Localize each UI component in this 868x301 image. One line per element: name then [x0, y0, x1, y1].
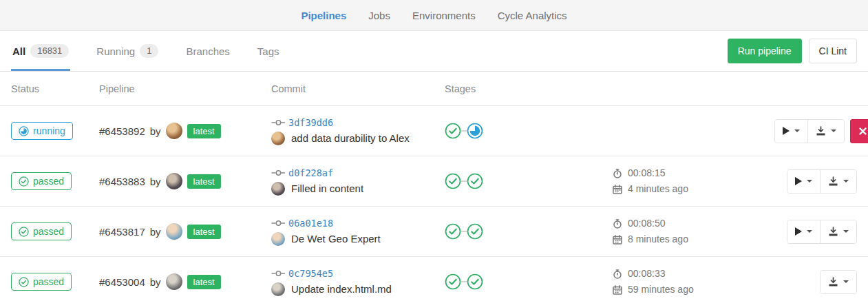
header-commit: Commit: [271, 83, 445, 94]
status-badge[interactable]: passed: [11, 222, 72, 240]
commit-icon: [271, 218, 286, 228]
tab-branches[interactable]: Branches: [184, 31, 231, 71]
stage-passed-icon[interactable]: [467, 173, 483, 189]
by-label: by: [150, 125, 161, 137]
manual-actions-group: [820, 270, 857, 294]
avatar[interactable]: [166, 223, 182, 240]
pipeline-id-link[interactable]: #6453892: [99, 125, 145, 137]
latest-badge[interactable]: latest: [187, 174, 221, 189]
header-pipeline: Pipeline: [99, 83, 271, 94]
avatar[interactable]: [271, 232, 285, 246]
tab-all-label: All: [12, 45, 25, 57]
caret-down-icon: [807, 180, 812, 183]
play-pipeline-button[interactable]: [787, 170, 820, 193]
latest-badge[interactable]: latest: [187, 225, 221, 239]
stage-connector: [461, 130, 467, 132]
pipeline-duration: 00:08:15: [628, 165, 666, 181]
commit-sha-link[interactable]: 0c7954e5: [288, 268, 333, 279]
pipeline-row: running #6453892 by latest 3df39dd6 add …: [0, 106, 868, 156]
stage-passed-icon[interactable]: [467, 223, 483, 240]
commit-message-link[interactable]: add data durability to Alex: [291, 132, 410, 144]
download-artifacts-button[interactable]: [820, 170, 856, 193]
commit-icon: [271, 118, 286, 127]
status-badge[interactable]: passed: [11, 273, 72, 291]
by-label: by: [150, 226, 161, 238]
play-pipeline-button[interactable]: [787, 220, 820, 243]
download-icon: [828, 176, 838, 187]
avatar[interactable]: [166, 123, 182, 139]
commit-message-link[interactable]: Filled in content: [291, 183, 363, 194]
caret-down-icon: [831, 129, 836, 132]
pipelines-table-header: Status Pipeline Commit Stages: [0, 72, 868, 106]
stage-passed-icon[interactable]: [445, 223, 461, 240]
stopwatch-icon: [613, 169, 622, 178]
commit-sha-link[interactable]: 3df39dd6: [288, 117, 333, 128]
check-circle-icon: [19, 227, 29, 237]
status-label: passed: [33, 226, 64, 237]
nav-item-cycle-analytics[interactable]: Cycle Analytics: [498, 10, 567, 21]
status-badge[interactable]: passed: [11, 172, 72, 190]
stage-connector: [461, 180, 467, 182]
stopwatch-icon: [613, 269, 622, 279]
avatar[interactable]: [271, 182, 285, 196]
header-stages: Stages: [445, 83, 613, 94]
play-pipeline-button[interactable]: [775, 120, 807, 143]
latest-badge[interactable]: latest: [187, 124, 221, 138]
stage-passed-icon[interactable]: [445, 273, 461, 290]
pipeline-id-link[interactable]: #6453883: [99, 176, 145, 187]
pipeline-finished-ago: 4 minutes ago: [628, 181, 688, 197]
commit-message-link[interactable]: De Wet Geo Expert: [291, 233, 381, 245]
tab-tags[interactable]: Tags: [256, 31, 281, 71]
download-icon: [816, 126, 826, 136]
play-icon: [795, 177, 802, 185]
nav-item-pipelines[interactable]: Pipelines: [301, 10, 346, 21]
manual-actions-group: [787, 220, 857, 244]
calendar-icon: [613, 185, 622, 194]
tab-running-label: Running: [96, 45, 135, 57]
manual-actions-group: [787, 169, 857, 194]
stage-passed-icon[interactable]: [445, 173, 461, 189]
pipeline-finished-ago: 59 minutes ago: [628, 282, 694, 298]
caret-down-icon: [843, 180, 849, 183]
download-artifacts-button[interactable]: [820, 220, 856, 243]
latest-badge[interactable]: latest: [187, 275, 221, 289]
stage-passed-icon[interactable]: [445, 123, 461, 139]
avatar[interactable]: [271, 132, 285, 145]
play-icon: [783, 127, 790, 135]
commit-message-link[interactable]: Update index.html.md: [291, 283, 392, 295]
download-artifacts-button[interactable]: [821, 271, 856, 293]
commit-sha-link[interactable]: 06a01e18: [288, 218, 333, 229]
pipeline-id-link[interactable]: #6453004: [99, 276, 145, 288]
pipeline-id-link[interactable]: #6453817: [99, 226, 145, 238]
avatar[interactable]: [166, 173, 182, 189]
avatar[interactable]: [166, 273, 182, 290]
status-label: running: [33, 125, 65, 136]
tab-tags-label: Tags: [257, 45, 279, 57]
download-icon: [828, 227, 838, 237]
ci-lint-button[interactable]: CI Lint: [809, 39, 857, 63]
scope-tabs: All 16831 Running 1 Branches Tags: [11, 31, 306, 71]
nav-item-environments[interactable]: Environments: [412, 10, 476, 21]
stopwatch-icon: [613, 219, 622, 229]
stage-connector: [461, 281, 467, 282]
tab-all-count: 16831: [30, 44, 69, 58]
commit-sha-link[interactable]: d0f228af: [288, 167, 333, 178]
pipeline-times: 00:08:50 8 minutes ago: [613, 216, 774, 247]
download-artifacts-button[interactable]: [807, 120, 844, 143]
status-label: passed: [33, 176, 64, 187]
stage-passed-icon[interactable]: [467, 273, 483, 290]
nav-item-jobs[interactable]: Jobs: [368, 10, 390, 21]
stage-running-icon[interactable]: [467, 123, 483, 139]
tab-all[interactable]: All 16831: [11, 31, 70, 71]
avatar[interactable]: [271, 282, 285, 296]
filter-bar-actions: Run pipeline CI Lint: [728, 31, 857, 71]
status-badge[interactable]: running: [11, 122, 73, 140]
pipeline-duration: 00:08:50: [628, 216, 666, 231]
cancel-pipeline-button[interactable]: [850, 119, 868, 143]
tab-running[interactable]: Running 1: [95, 31, 160, 71]
pipeline-finished-ago: 8 minutes ago: [628, 231, 688, 247]
run-pipeline-button[interactable]: Run pipeline: [728, 39, 802, 63]
running-spinner-icon: [19, 126, 29, 136]
check-circle-icon: [19, 176, 29, 187]
check-circle-icon: [19, 277, 29, 287]
